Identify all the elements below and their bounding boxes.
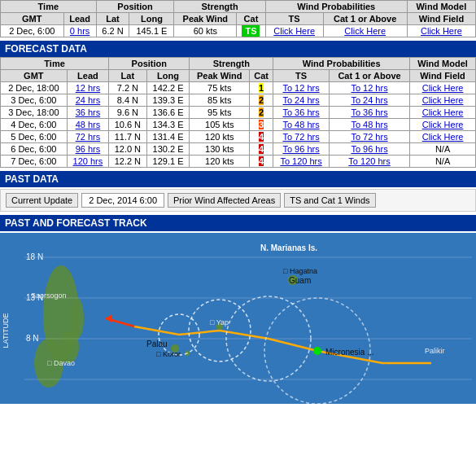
f-wind-field-5: N/A [410, 143, 476, 156]
svg-text:□ Hagatna: □ Hagatna [283, 267, 317, 275]
prior-wind-button[interactable]: Prior Wind Affected Areas [168, 193, 281, 208]
f-gmt-1: 3 Dec, 6:00 [1, 94, 68, 107]
f-lat-6: 12.2 N [109, 156, 146, 168]
current-lead[interactable]: 0 hrs [63, 25, 96, 37]
f-lead-1[interactable]: 24 hrs [67, 94, 108, 107]
f-wind-field-3[interactable]: Click Here [410, 119, 476, 131]
f-gmt-5: 6 Dec, 6:00 [1, 143, 68, 156]
f-gmt-6: 7 Dec, 6:00 [1, 156, 68, 168]
f-long-0: 142.2 E [146, 82, 190, 94]
forecast-position-header: Position [109, 58, 190, 70]
f-wind-field-sub: Wind Field [410, 70, 476, 82]
f-cat1-4[interactable]: To 72 hrs [329, 131, 409, 143]
f-ts-1[interactable]: To 24 hrs [273, 94, 330, 107]
f-long-1: 139.3 E [146, 94, 190, 107]
f-ts-5[interactable]: To 96 hrs [273, 143, 330, 156]
svg-text:□ Koror: □ Koror [156, 350, 181, 358]
f-peak-wind-sub: Peak Wind [190, 70, 250, 82]
forecast-row: 3 Dec, 6:00 24 hrs 8.4 N 139.3 E 85 kts … [1, 94, 476, 107]
f-peak-wind-5: 130 kts [190, 143, 250, 156]
current-position-table: Time Position Strength Wind Probabilitie… [0, 0, 476, 37]
f-peak-wind-3: 105 kts [190, 119, 250, 131]
f-ts-sub: TS [273, 70, 330, 82]
f-cat1-0[interactable]: To 12 hrs [329, 82, 409, 94]
wind-field-subheader: Wind Field [407, 13, 475, 25]
f-gmt-2: 3 Dec, 18:00 [1, 107, 68, 119]
f-cat-6: 4 [250, 156, 273, 168]
f-ts-6[interactable]: To 120 hrs [273, 156, 330, 168]
f-lat-2: 9.6 N [109, 107, 146, 119]
strength-header: Strength [174, 1, 265, 13]
f-lat-1: 8.4 N [109, 94, 146, 107]
f-cat-1: 2 [250, 94, 273, 107]
f-peak-wind-1: 85 kts [190, 94, 250, 107]
f-lead-3[interactable]: 48 hrs [67, 119, 108, 131]
ts-subheader: TS [265, 13, 323, 25]
f-long-4: 131.4 E [146, 131, 190, 143]
f-wind-field-1[interactable]: Click Here [410, 94, 476, 107]
f-wind-field-6: N/A [410, 156, 476, 168]
f-peak-wind-6: 120 kts [190, 156, 250, 168]
current-update-date: 2 Dec, 2014 6:00 [81, 193, 164, 208]
svg-text:8 N: 8 N [26, 334, 39, 343]
f-wind-field-4[interactable]: Click Here [410, 131, 476, 143]
forecast-table: Time Position Strength Wind Probabilitie… [0, 57, 476, 168]
ts-cat1-button[interactable]: TS and Cat 1 Winds [284, 193, 375, 208]
cat-subheader: Cat [237, 13, 266, 25]
forecast-section-header: FORECAST DATA [0, 41, 476, 57]
f-cat-sub: Cat [250, 70, 273, 82]
f-cat-0: 1 [250, 82, 273, 94]
current-update-button[interactable]: Current Update [6, 193, 78, 208]
lead-subheader: Lead [63, 13, 96, 25]
f-wind-field-0[interactable]: Click Here [410, 82, 476, 94]
f-cat1-6[interactable]: To 120 hrs [329, 156, 409, 168]
f-ts-4[interactable]: To 72 hrs [273, 131, 330, 143]
f-cat1-5[interactable]: To 96 hrs [329, 143, 409, 156]
f-lat-5: 12.0 N [109, 143, 146, 156]
f-gmt-sub: GMT [1, 70, 68, 82]
f-cat-2: 2 [250, 107, 273, 119]
svg-point-4 [71, 298, 84, 339]
f-ts-2[interactable]: To 36 hrs [273, 107, 330, 119]
f-ts-0[interactable]: To 12 hrs [273, 82, 330, 94]
f-ts-3[interactable]: To 48 hrs [273, 119, 330, 131]
track-map: 18 N 13 N 8 N LATITUDE N. Marianas Is. □… [0, 233, 476, 404]
f-long-6: 129.1 E [146, 156, 190, 168]
f-cat1-3[interactable]: To 48 hrs [329, 119, 409, 131]
svg-text:Saorsogon: Saorsogon [31, 291, 67, 300]
f-lat-3: 10.6 N [109, 119, 146, 131]
f-lead-6[interactable]: 120 hrs [67, 156, 108, 168]
current-gmt: 2 Dec, 6:00 [1, 25, 64, 37]
f-peak-wind-4: 120 kts [190, 131, 250, 143]
forecast-wind-prob-header: Wind Probabilities [273, 58, 410, 70]
f-lead-2[interactable]: 36 hrs [67, 107, 108, 119]
current-ts-link[interactable]: Click Here [265, 25, 323, 37]
position-header: Position [96, 1, 174, 13]
svg-point-15 [313, 347, 321, 355]
f-gmt-4: 5 Dec, 6:00 [1, 131, 68, 143]
f-long-2: 136.6 E [146, 107, 190, 119]
f-lead-5[interactable]: 96 hrs [67, 143, 108, 156]
forecast-row: 6 Dec, 6:00 96 hrs 12.0 N 130.2 E 130 kt… [1, 143, 476, 156]
f-lat-sub: Lat [109, 70, 146, 82]
f-lead-4[interactable]: 72 hrs [67, 131, 108, 143]
forecast-row: 7 Dec, 6:00 120 hrs 12.2 N 129.1 E 120 k… [1, 156, 476, 168]
f-long-sub: Long [146, 70, 190, 82]
peak-wind-subheader: Peak Wind [174, 13, 237, 25]
f-cat1-2[interactable]: To 36 hrs [329, 107, 409, 119]
current-wind-field-link[interactable]: Click Here [407, 25, 475, 37]
svg-text:□ Davao: □ Davao [47, 359, 75, 367]
wind-prob-header: Wind Probabilities [265, 1, 407, 13]
f-cat1-1[interactable]: To 24 hrs [329, 94, 409, 107]
f-long-3: 134.3 E [146, 119, 190, 131]
f-lead-0[interactable]: 12 hrs [67, 82, 108, 94]
f-lead-sub: Lead [67, 70, 108, 82]
current-long: 145.1 E [129, 25, 174, 37]
current-cat1-link[interactable]: Click Here [323, 25, 407, 37]
current-peak-wind: 60 kts [174, 25, 237, 37]
f-wind-field-2[interactable]: Click Here [410, 107, 476, 119]
forecast-wind-model-header: Wind Model [410, 58, 476, 70]
forecast-row: 2 Dec, 18:00 12 hrs 7.2 N 142.2 E 75 kts… [1, 82, 476, 94]
svg-text:Micronesia ...: Micronesia ... [325, 348, 373, 357]
cat1-subheader: Cat 1 or Above [323, 13, 407, 25]
